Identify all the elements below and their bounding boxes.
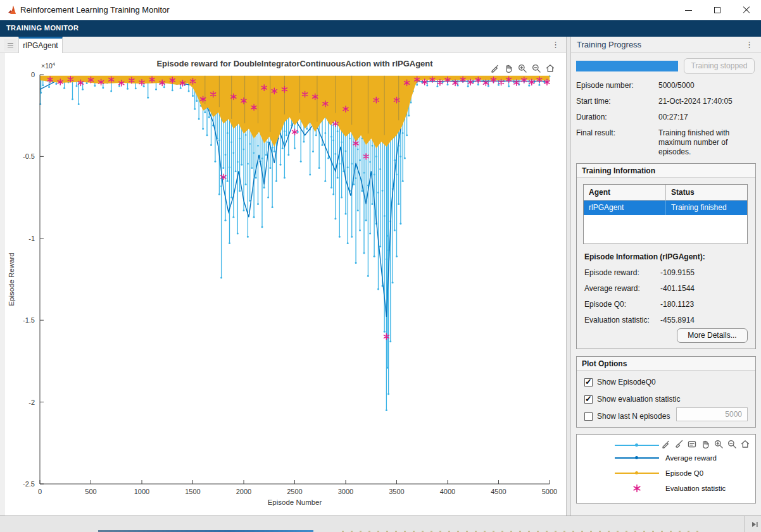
training-progress-bar (576, 61, 678, 71)
home-icon[interactable] (544, 63, 556, 74)
field-value: 5000/5000 (658, 81, 755, 90)
svg-text:-1: -1 (28, 235, 35, 242)
checkbox-label: Show evaluation statistic (597, 395, 680, 404)
plot-options-title: Plot Options (577, 357, 755, 371)
legend-line-sample (615, 457, 659, 459)
pan-icon[interactable] (700, 438, 711, 450)
document-tabstrip: rlPGAgent ⋮ (0, 37, 566, 53)
field-label: Final result: (576, 128, 615, 137)
svg-text:5000: 5000 (542, 488, 557, 495)
panel-title: Training Progress (577, 40, 641, 49)
export-icon[interactable] (660, 438, 671, 450)
training-chart[interactable]: 0500100015002000250030003500400045005000… (5, 53, 566, 516)
show-last-n-episodes-option[interactable]: Show last N episodes (584, 411, 670, 421)
legend-axes-toolbar (659, 438, 752, 450)
svg-text:-1.5: -1.5 (23, 316, 35, 324)
svg-text:1500: 1500 (185, 488, 200, 495)
svg-text:Episode Number: Episode Number (268, 498, 322, 506)
table-row-rlpgagent[interactable]: rlPGAgent Training finished (584, 201, 747, 215)
tabstrip-menu-icon[interactable]: ⋮ (551, 40, 560, 49)
zoom-out-icon[interactable] (531, 63, 542, 74)
show-episodeq0-option[interactable]: Show EpisodeQ0 (584, 377, 656, 387)
window-titlebar: Reinforcement Learning Training Monitor (0, 0, 761, 20)
training-stopped-button[interactable]: Training stopped (684, 58, 755, 74)
field-label: Duration: (576, 113, 607, 121)
svg-text:4500: 4500 (491, 488, 506, 495)
tab-list-icon[interactable] (4, 39, 16, 51)
training-figure: 0500100015002000250030003500400045005000… (5, 53, 566, 516)
svg-text:1000: 1000 (134, 488, 149, 495)
show-episodeq0-checkbox[interactable] (584, 378, 593, 387)
agent-cell: rlPGAgent (584, 201, 666, 215)
checkbox-label: Show last N episodes (597, 412, 670, 421)
legend-line-sample (615, 473, 659, 474)
legend-label: Evaluation statistic (665, 485, 726, 492)
zoom-in-icon[interactable] (713, 438, 724, 450)
legend-asterisk-sample (615, 483, 659, 493)
status-cell: Training finished (666, 201, 747, 215)
zoom-in-icon[interactable] (517, 63, 528, 74)
field-label: Average reward: (584, 284, 640, 293)
table-header-row: Agent Status (584, 185, 747, 201)
home-icon[interactable] (739, 438, 751, 450)
close-button[interactable] (732, 0, 761, 20)
checkbox-label: Show EpisodeQ0 (597, 378, 656, 387)
maximize-icon (714, 7, 720, 13)
field-value: 00:27:17 (658, 113, 755, 122)
svg-text:Episode Reward: Episode Reward (8, 252, 15, 306)
field-value: -401.1544 (660, 284, 695, 293)
field-value: -455.8914 (660, 316, 695, 325)
field-value: -109.9155 (660, 268, 695, 277)
column-header-agent: Agent (584, 185, 666, 201)
svg-text:×104: ×104 (41, 61, 56, 70)
svg-text:4000: 4000 (440, 488, 455, 495)
matlab-logo-icon (8, 4, 19, 18)
plot-options-box: Plot Options Show EpisodeQ0 Show evaluat… (576, 356, 756, 428)
panel-menu-icon[interactable]: ⋮ (745, 40, 753, 49)
legend-entry-average-reward: Average reward (615, 454, 717, 462)
legend-entry-episode-q0: Episode Q0 (615, 469, 703, 478)
svg-text:0: 0 (38, 488, 42, 495)
axes-toolbar (487, 62, 557, 75)
field-label: Episode reward: (584, 268, 639, 277)
minimize-button[interactable] (674, 0, 703, 20)
legend-label: Average reward (665, 454, 717, 462)
svg-text:-0.5: -0.5 (23, 152, 35, 160)
field-label: Start time: (576, 97, 611, 106)
svg-text:500: 500 (85, 488, 96, 495)
field-label: Episode number: (576, 81, 634, 90)
svg-text:0: 0 (31, 71, 35, 78)
svg-text:-2.5: -2.5 (23, 480, 35, 488)
training-information-title: Training Information (577, 164, 755, 178)
more-details-button[interactable]: More Details... (677, 328, 748, 343)
show-last-n-episodes-checkbox[interactable] (584, 412, 593, 421)
svg-text:-2: -2 (28, 399, 35, 406)
zoom-out-icon[interactable] (726, 438, 738, 450)
ribbon-tab-training-monitor[interactable]: TRAINING MONITOR (6, 24, 79, 32)
field-value: Training finished with maximum number of… (658, 128, 755, 157)
last-n-episodes-input[interactable] (676, 407, 748, 421)
close-icon (743, 6, 750, 14)
panel-splitter[interactable] (566, 37, 571, 516)
tab-rlpgagent[interactable]: rlPGAgent (18, 37, 63, 53)
field-label: Episode Q0: (584, 300, 626, 309)
agent-status-table: Agent Status rlPGAgent Training finished (583, 184, 748, 244)
column-header-status: Status (666, 185, 747, 201)
brush-icon[interactable] (673, 438, 684, 450)
field-value: -180.1123 (660, 300, 694, 309)
export-icon[interactable] (489, 63, 500, 74)
episode-information-title: Episode Information (rlPGAgent): (584, 252, 705, 261)
legend-line-sample (615, 445, 659, 446)
datatips-icon[interactable] (686, 438, 698, 450)
svg-text:2000: 2000 (236, 488, 251, 495)
show-evaluation-statistic-checkbox[interactable] (584, 395, 593, 404)
maximize-button[interactable] (703, 0, 732, 20)
training-progress-panel: Training Progress ⋮ Training stopped Epi… (571, 37, 761, 516)
ribbon: TRAINING MONITOR (0, 20, 761, 37)
minimize-icon (685, 10, 692, 11)
svg-text:2500: 2500 (287, 488, 302, 495)
show-evaluation-statistic-option[interactable]: Show evaluation statistic (584, 394, 680, 404)
window-title: Reinforcement Learning Training Monitor (20, 5, 170, 15)
pan-icon[interactable] (503, 63, 514, 74)
panel-header: Training Progress ⋮ (571, 37, 761, 53)
